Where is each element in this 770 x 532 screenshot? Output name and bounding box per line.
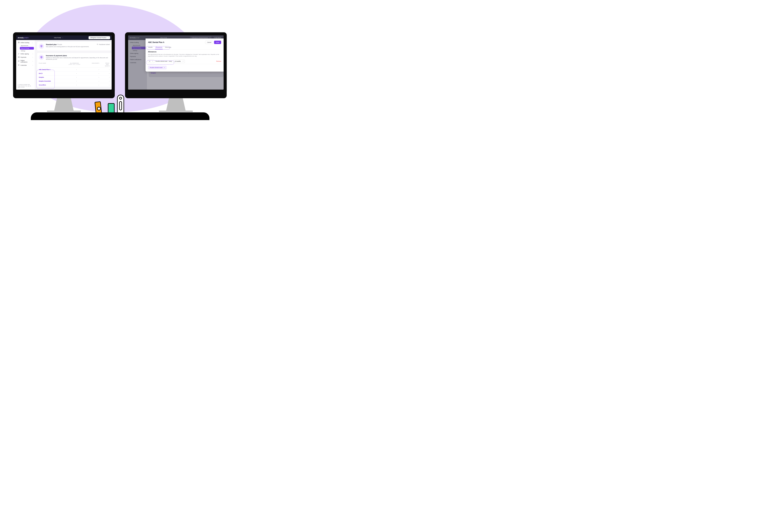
practitioner-locked-badge: Practitioner locked [97,44,110,45]
card-title: Standard planPrivate [46,44,62,45]
sidebar-label: Patient notifications [20,60,32,63]
plan-link[interactable]: BACS [39,73,64,74]
card-subtitle: New patients and existing patients on th… [46,46,89,47]
chevron-down-icon: ▾ [164,67,165,68]
tab-discounts[interactable]: Discounts [165,46,171,49]
cell-price: - [109,77,110,78]
table-row: Gocardless--- [39,83,110,87]
sidebar-item-online-signing[interactable]: Online signing › [17,52,34,56]
topbar: dentallyportal✦ View Portal→ Gillingham … [16,35,112,40]
sidebar-label: Payments [20,56,26,58]
sidebar-sub-settings[interactable]: Settings [20,50,34,52]
sidebar-label: Online signing [20,53,29,55]
svg-rect-0 [18,42,19,43]
card-icon [18,56,20,58]
refresh-data-link[interactable]: ⟳Refresh Dentally Data [18,84,33,85]
modal-tabs: Details Allowances Discounts [148,46,221,49]
card-subtitle: Patients on these plans see a reduced pr… [46,57,110,60]
col-discounts: DISCOUNTS [86,62,105,67]
plan-link[interactable]: Denplan [39,77,64,78]
cell-discounts: - [89,80,109,82]
cell-allowances: - [64,73,89,74]
cell-price: - [109,84,110,86]
col-allowances: ALLOWANCES EXAM / HYG / OTHER [63,62,86,67]
cell-price: - [109,69,110,70]
section-help-text: Add appointments that are in the allowan… [148,54,221,57]
add-allowance-select[interactable]: Routine dental exam ▾ [148,66,167,69]
table-row: BACS--- [39,72,110,75]
plan-link[interactable]: Gocardless [39,84,64,86]
monitor-right: dentallyportal View Portal→ Gillingham D… [125,32,227,112]
remove-link[interactable]: Remove [216,60,221,62]
insurance-plans-card: Insurance & payment plans Patients on th… [37,53,112,87]
cell-discounts: - [89,77,109,78]
chevron-down-icon: ⌄ [32,42,33,43]
card-title: Insurance & payment plans [46,55,67,56]
chevron-down-icon: ▾ [152,61,153,62]
cell-allowances: - [64,84,89,86]
view-portal-link[interactable]: View Portal→ [54,37,63,38]
chevron-right-icon: › [32,64,33,66]
cell-price: - [109,73,110,74]
sidebar-item-online-booking[interactable]: Online booking ⌄ [17,41,34,44]
col-price: PRICE PER MONTH [105,62,110,67]
allowance-row: 2▾ Routine dental exam every 12 months▾ … [148,58,221,64]
section-heading: Allowances [148,51,221,53]
shield-icon [39,55,44,60]
monitor-left: dentallyportal✦ View Portal→ Gillingham … [13,32,115,112]
sidebar-label: Online booking [20,42,29,43]
cell-discounts: - [89,73,109,74]
table-row: ABC Dental Plan A--- [39,68,110,72]
refresh-icon: ⟳ [18,84,19,85]
cell-allowances: - [64,77,89,78]
sidebar-item-customise[interactable]: Customise › [17,64,34,67]
sidebar-footer: ⟳Refresh Dentally Data Fully refreshed T… [17,83,34,89]
standard-plan-card: Standard planPrivate New patients and ex… [37,42,112,51]
cell-price: - [109,80,110,82]
calendar-icon [18,42,20,44]
quantity-select[interactable]: 2▾ [148,60,154,63]
svg-rect-1 [18,57,19,58]
sidebar-sub-appointments[interactable]: Appointments [20,44,34,47]
plan-link[interactable]: Denplan Essentials [39,80,64,82]
sidebar: Online booking ⌄ Appointments Plans & Pr… [16,40,35,90]
every-label: every [169,60,172,62]
tablet-outline [31,112,209,120]
cell-allowances: - [64,80,89,82]
done-button[interactable]: Done [214,41,221,44]
main-content: Standard planPrivate New patients and ex… [35,40,112,90]
chevron-down-icon: ▾ [183,61,183,62]
tab-allowances[interactable]: Allowances [155,46,163,49]
plan-link[interactable]: ABC Dental Plan A [39,69,64,70]
sidebar-sub-plans-pricing[interactable]: Plans & Pricing [20,47,34,50]
cell-discounts: - [89,69,109,70]
table-header: PLAN NAME ALLOWANCES EXAM / HYG / OTHER … [39,61,110,68]
lock-icon [97,44,98,45]
chevron-right-icon: › [32,60,33,62]
sidebar-item-patient-notifications[interactable]: Patient notifications › [17,59,34,64]
pen-icon [18,53,20,55]
add-allowance-label: Routine dental exam [150,67,163,68]
chat-icon [18,60,20,62]
cancel-button[interactable]: Cancel [205,41,213,44]
allowance-item-label: Routine dental exam [155,60,167,62]
modal-title: ABC Dental Plan A [148,41,164,43]
screen-left: dentallyportal✦ View Portal→ Gillingham … [16,35,112,90]
cell-discounts: - [89,84,109,86]
period-select[interactable]: 12 months▾ [173,60,185,63]
sidebar-item-payments[interactable]: Payments › [17,56,34,59]
cell-allowances: - [64,69,89,70]
practice-selector[interactable]: Gillingham Dental Practice▾ [89,36,110,39]
table-row: Denplan--- [39,75,110,79]
table-row: Denplan Essentials--- [39,79,110,83]
chevron-right-icon: › [32,53,33,55]
svg-rect-2 [97,44,98,45]
logo: dentallyportal✦ [18,37,29,39]
chevron-right-icon: › [32,56,33,58]
plan-editor-modal: ABC Dental Plan A Cancel Done Details Al… [145,38,224,72]
tab-details[interactable]: Details [148,46,153,49]
sidebar-label: Customise [20,64,27,66]
layers-icon [18,64,20,66]
col-plan-name: PLAN NAME [39,62,63,67]
shield-icon [39,44,44,49]
